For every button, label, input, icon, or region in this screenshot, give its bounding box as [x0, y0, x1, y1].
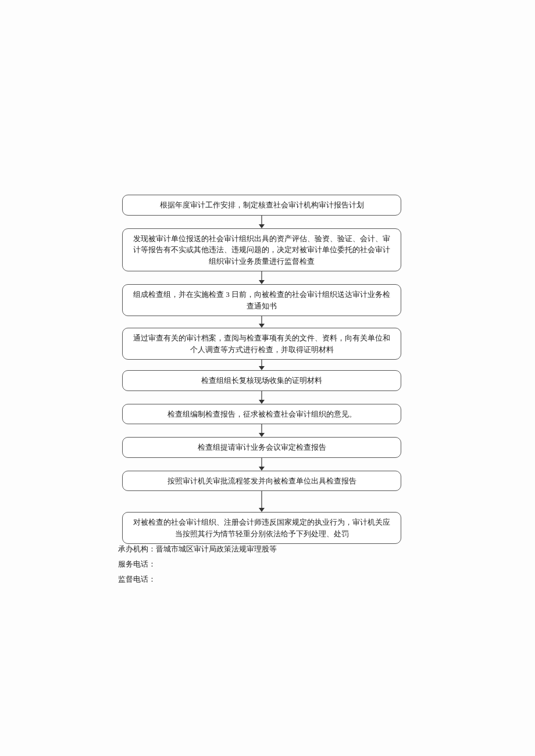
svg-marker-13 [259, 467, 265, 471]
flowchart: 根据年度审计工作安排，制定核查社会审计机构审计报告计划发现被审计单位报送的社会审… [122, 195, 401, 544]
org-label: 承办机构： [118, 544, 156, 553]
footer-info: 承办机构：晋城市城区审计局政策法规审理股等 服务电话： 监督电话： [118, 542, 277, 587]
arrow-down-icon [257, 491, 266, 512]
service-label: 服务电话： [118, 560, 156, 568]
flow-step-1: 根据年度审计工作安排，制定核查社会审计机构审计报告计划 [122, 195, 401, 216]
flow-step-9: 对被检查的社会审计组织、注册会计师违反国家规定的执业行为，审计机关应当按照其行为… [122, 512, 401, 544]
svg-marker-11 [259, 433, 265, 437]
flow-step-3: 组成检查组，并在实施检查 3 日前，向被检查的社会审计组织送达审计业务检查通知书 [122, 284, 401, 316]
arrow-down-icon [257, 316, 266, 328]
arrow-down-icon [257, 424, 266, 437]
svg-marker-7 [259, 366, 265, 370]
org-value: 晋城市城区审计局政策法规审理股等 [156, 544, 277, 553]
supervise-label: 监督电话： [118, 575, 156, 583]
flow-step-5: 检查组组长复核现场收集的证明材料 [122, 370, 401, 391]
flow-step-8: 按照审计机关审批流程签发并向被检查单位出具检查报告 [122, 471, 401, 492]
flow-step-6: 检查组编制检查报告，征求被检查社会审计组织的意见。 [122, 404, 401, 425]
arrow-down-icon [257, 216, 266, 228]
svg-marker-3 [259, 280, 265, 284]
arrow-down-icon [257, 391, 266, 404]
svg-marker-5 [259, 324, 265, 328]
flow-step-4: 通过审查有关的审计档案，查阅与检查事项有关的文件、资料，向有关单位和个人调查等方… [122, 328, 401, 360]
svg-marker-1 [259, 224, 265, 228]
svg-marker-9 [259, 400, 265, 404]
flow-step-2: 发现被审计单位报送的社会审计组织出具的资产评估、验资、验证、会计、审计等报告有不… [122, 228, 401, 272]
arrow-down-icon [257, 360, 266, 370]
arrow-down-icon [257, 271, 266, 284]
arrow-down-icon [257, 458, 266, 471]
flow-step-7: 检查组提请审计业务会议审定检查报告 [122, 437, 401, 458]
svg-marker-15 [259, 508, 265, 512]
